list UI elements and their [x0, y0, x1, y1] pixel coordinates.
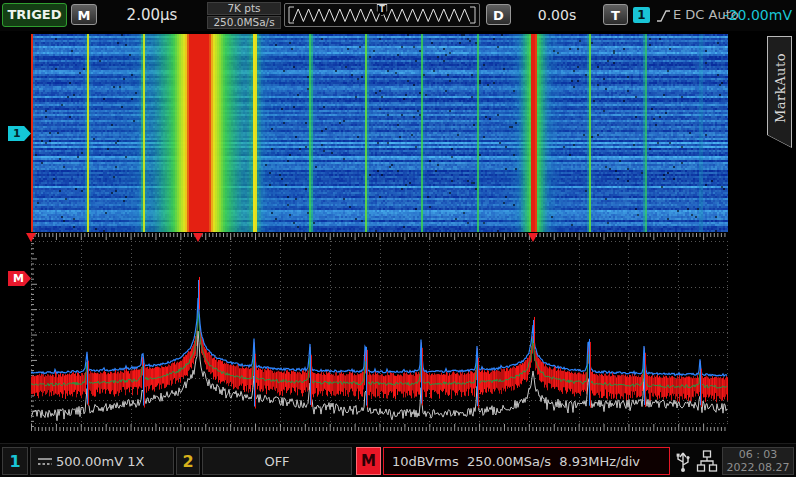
peak-marker	[528, 233, 538, 242]
peak-marker	[193, 233, 203, 242]
bottom-status-bar: 1 500.00mV 1X 2 OFF M 10dBVrms 250.00MSa…	[0, 443, 796, 477]
trigger-position-label: T	[379, 5, 384, 14]
usb-status-slot	[672, 447, 694, 475]
delay-button[interactable]: D	[486, 4, 511, 25]
timebase-readout: 2.00µs	[100, 4, 204, 26]
channel2-badge[interactable]: 2	[176, 447, 200, 475]
channel1-settings-box[interactable]: 500.00mV 1X	[30, 447, 174, 475]
usb-icon	[674, 449, 692, 473]
dc-coupling-icon	[37, 456, 54, 466]
markauto-tab[interactable]: MarkAuto	[767, 36, 792, 148]
horizontal-menu-button[interactable]: M	[71, 4, 97, 25]
trigger-status-badge: TRIGED	[2, 3, 67, 27]
time-readout: 06 : 03	[739, 448, 778, 461]
rising-edge-icon	[656, 8, 671, 24]
markauto-tab-body: MarkAuto	[768, 37, 791, 147]
lan-network-icon	[696, 449, 718, 473]
trigger-level-readout: -20.00mV	[724, 4, 792, 26]
markauto-tab-label: MarkAuto	[772, 53, 787, 123]
display-area: 1 M MarkAuto	[0, 31, 796, 443]
channel1-badge[interactable]: 1	[2, 447, 28, 475]
channel1-scale-readout: 500.00mV 1X	[56, 454, 144, 469]
spectrogram-canvas	[31, 34, 728, 232]
channel1-position-flag[interactable]: 1	[8, 126, 31, 141]
math-settings-box[interactable]: 10dBVrms 250.00MSa/s 8.93MHz/div	[383, 447, 670, 475]
channel1-flag-label: 1	[13, 127, 21, 140]
math-settings-readout: 10dBVrms 250.00MSa/s 8.93MHz/div	[392, 454, 640, 469]
delay-readout: 0.00s	[513, 4, 601, 26]
channel2-settings-box[interactable]: OFF	[202, 447, 352, 475]
waveform-preview[interactable]: T	[284, 3, 480, 27]
date-readout: 2022.08.27	[727, 461, 790, 474]
lan-status-slot	[694, 447, 720, 475]
memory-depth-readout: 7K pts	[207, 2, 281, 15]
trigger-menu-button[interactable]: T	[603, 4, 628, 25]
math-badge[interactable]: M	[356, 447, 381, 475]
sample-rate-readout: 250.0MSa/s	[207, 16, 281, 29]
peak-marker	[26, 233, 36, 242]
trigger-source-badge: 1	[633, 7, 650, 23]
math-flag-label: M	[13, 272, 24, 285]
acquisition-info: 7K pts 250.0MSa/s	[207, 2, 281, 29]
oscilloscope-screen: TRIGED M 2.00µs 7K pts 250.0MSa/s T D 0.…	[0, 0, 796, 477]
math-position-flag[interactable]: M	[8, 271, 31, 286]
fft-canvas	[31, 233, 728, 431]
clock-box: 06 : 03 2022.08.27	[722, 447, 794, 475]
top-status-bar: TRIGED M 2.00µs 7K pts 250.0MSa/s T D 0.…	[0, 0, 796, 32]
